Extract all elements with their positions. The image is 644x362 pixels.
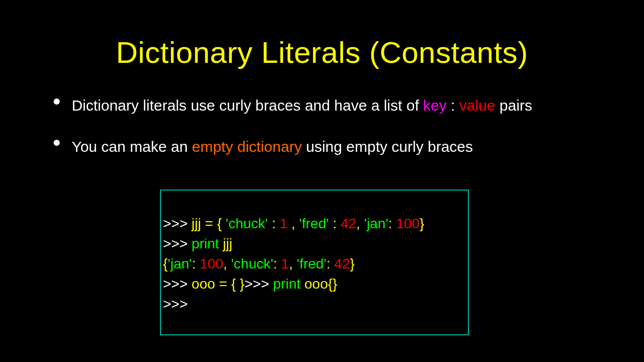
code-line-1: >>> jjj = { 'chuck' : 1 , 'fred' : 42, '… [163,214,468,234]
keyword-empty: empty dictionary [192,138,301,155]
prompt: >>> [245,276,273,292]
text-segment: : [447,97,459,114]
code-token: print [192,236,223,251]
code-token: 42 [341,216,356,231]
code-token: : [388,216,396,231]
code-token: : [327,256,335,272]
code-token: , [287,216,299,231]
slide: Dictionary Literals (Constants) • Dictio… [0,0,644,362]
bullet-list: • Dictionary literals use curly braces a… [53,95,604,157]
code-token: 'fred' [297,256,327,272]
text-segment: pairs [495,97,532,114]
code-token: : [268,216,279,231]
bullet-icon: • [53,136,60,149]
code-token: , [223,256,231,272]
prompt: >>> [163,276,192,292]
keyword-value: value [459,97,496,114]
code-token: 42 [334,256,350,272]
code-token: : [192,256,200,272]
code-token: 'chuck' [231,256,273,272]
code-token: , [289,256,297,272]
code-token: ooo [304,276,328,292]
code-token: : [329,216,341,231]
code-token: { [163,256,168,272]
code-token: 'jan' [168,256,192,272]
code-token: print [273,276,304,292]
bullet-text-2: You can make an empty dictionary using e… [71,136,604,157]
code-token: : [273,256,281,272]
code-token: jjj [223,236,232,251]
code-token: 'chuck' [226,216,268,231]
code-line-5: >>> [163,294,468,314]
slide-title: Dictionary Literals (Constants) [0,0,644,70]
bullet-item-2: • You can make an empty dictionary using… [53,136,604,157]
code-token: } [350,256,354,272]
code-token: jjj = { [192,216,226,231]
code-line-4: >>> ooo = { }>>> print ooo{} [163,274,468,294]
code-token: 100 [396,216,420,231]
bullet-text-1: Dictionary literals use curly braces and… [71,95,604,116]
text-segment: Dictionary literals use curly braces and… [71,97,423,114]
bullet-item-1: • Dictionary literals use curly braces a… [53,95,604,116]
prompt: >>> [163,236,192,251]
text-segment: You can make an [71,138,192,155]
code-token: } [420,216,424,231]
code-token: 1 [280,216,288,231]
code-token: 'fred' [299,216,329,231]
code-token: , [356,216,364,231]
code-token: 100 [200,256,223,272]
code-token: {} [328,276,338,292]
code-line-3: {'jan': 100, 'chuck': 1, 'fred': 42} [163,254,468,274]
code-line-2: >>> print jjj [163,234,468,254]
code-token: ooo = { } [192,276,245,292]
code-block: >>> jjj = { 'chuck' : 1 , 'fred' : 42, '… [160,190,469,335]
code-token: 'jan' [364,216,388,231]
bullet-icon: • [53,95,60,108]
prompt: >>> [163,296,188,312]
prompt: >>> [163,216,192,231]
code-token: 1 [281,256,289,272]
keyword-key: key [423,97,447,114]
text-segment: using empty curly braces [302,138,473,155]
